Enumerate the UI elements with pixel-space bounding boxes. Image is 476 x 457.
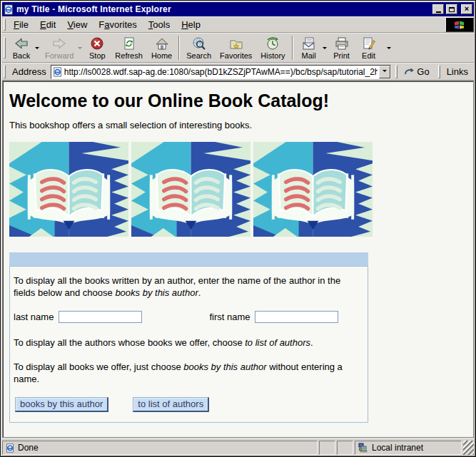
stop-button[interactable]: Stop	[83, 34, 111, 61]
menu-help[interactable]: Help	[176, 18, 206, 32]
favorites-icon	[229, 36, 243, 51]
page-icon	[53, 67, 63, 77]
menu-favorites[interactable]: Favorites	[93, 18, 142, 32]
go-icon	[404, 67, 415, 76]
menu-tools[interactable]: Tools	[143, 18, 176, 32]
first-name-label: first name	[209, 312, 250, 322]
forward-button[interactable]: Forward	[41, 34, 78, 61]
back-button[interactable]: Back	[8, 34, 35, 61]
chevron-down-icon	[383, 70, 387, 74]
go-button[interactable]: Go	[402, 66, 433, 77]
search-button[interactable]: Search	[182, 34, 216, 61]
forward-icon	[51, 36, 67, 51]
address-dropdown-button[interactable]	[379, 66, 390, 78]
address-label: Address	[11, 66, 48, 77]
print-icon	[334, 36, 350, 51]
last-name-input[interactable]	[59, 311, 142, 323]
ie-throbber-logo	[445, 17, 474, 32]
last-name-label: last name	[14, 312, 54, 322]
minimize-button[interactable]	[432, 4, 444, 14]
ie-app-icon	[4, 4, 14, 15]
zone-text: Local intranet	[372, 443, 423, 453]
toolbar-overflow-arrow[interactable]	[387, 47, 391, 51]
book-image	[131, 142, 250, 237]
forward-dropdown-arrow[interactable]	[78, 47, 82, 51]
menu-file[interactable]: File	[8, 18, 34, 32]
status-bar: Done Local intranet	[2, 438, 474, 455]
book-image	[253, 142, 373, 237]
edit-icon	[361, 36, 377, 51]
refresh-icon	[122, 36, 136, 51]
minimize-icon	[436, 11, 441, 13]
page-content: Welcome to our Online Book Catalog! This…	[2, 81, 474, 438]
status-text: Done	[18, 443, 39, 453]
browser-window: my Title - Microsoft Internet Explorer ×…	[0, 0, 476, 457]
favorites-button[interactable]: Favorites	[216, 34, 256, 61]
instruction-2: To display all the authors whose books w…	[14, 337, 359, 349]
panel-buttons-row: books by this author to list of authors	[15, 397, 364, 412]
go-grip[interactable]	[395, 65, 397, 78]
book-image	[9, 142, 128, 237]
home-button[interactable]: Home	[147, 34, 176, 61]
print-button[interactable]: Print	[328, 34, 355, 61]
done-page-icon	[6, 443, 15, 453]
back-dropdown-arrow[interactable]	[35, 47, 39, 51]
name-form-row: last name first name	[14, 311, 364, 323]
close-button[interactable]: ×	[461, 4, 472, 14]
status-pane-main: Done	[2, 441, 318, 455]
search-icon	[192, 36, 206, 51]
history-icon	[265, 36, 280, 51]
history-button[interactable]: History	[256, 34, 289, 61]
stop-icon	[90, 36, 104, 51]
home-icon	[155, 36, 169, 51]
menu-view[interactable]: View	[61, 18, 93, 32]
toolbar-separator	[178, 36, 180, 60]
book-images-row	[9, 142, 467, 237]
instruction-1: To display all the books written by an a…	[14, 274, 359, 299]
edit-button[interactable]: Edit	[355, 34, 383, 61]
search-panel: To display all the books written by an a…	[9, 252, 368, 423]
list-of-authors-button[interactable]: to list of authors	[133, 397, 209, 412]
window-title: my Title - Microsoft Internet Explorer	[16, 4, 430, 14]
toolbar-separator	[292, 36, 293, 60]
local-intranet-icon	[358, 443, 369, 453]
menu-edit[interactable]: Edit	[34, 18, 61, 32]
links-grip[interactable]	[438, 65, 440, 78]
back-icon	[14, 36, 29, 51]
toolbar: Back Forward Stop	[2, 33, 474, 63]
menu-bar: File Edit View Favorites Tools Help	[2, 16, 474, 33]
addressbar-grip[interactable]	[4, 65, 6, 78]
refresh-button[interactable]: Refresh	[111, 34, 147, 61]
status-pane-empty-2	[337, 441, 353, 455]
toolbar-grip[interactable]	[4, 37, 6, 58]
mail-button[interactable]: Mail	[295, 34, 323, 61]
title-bar[interactable]: my Title - Microsoft Internet Explorer ×	[2, 2, 474, 16]
mail-icon	[301, 36, 317, 51]
address-field[interactable]	[51, 65, 392, 79]
panel-body: To display all the books written by an a…	[9, 266, 368, 423]
windows-flag-icon	[450, 19, 469, 31]
status-pane-empty-1	[319, 441, 335, 455]
mail-dropdown-arrow[interactable]	[323, 47, 327, 51]
intro-text: This bookshop offers a small selection o…	[9, 120, 467, 130]
close-icon: ×	[465, 5, 469, 13]
resize-grip[interactable]	[463, 441, 474, 455]
first-name-input[interactable]	[255, 311, 338, 323]
links-button[interactable]: Links	[445, 66, 472, 77]
maximize-icon	[449, 7, 455, 12]
menubar-grip[interactable]	[4, 19, 6, 31]
status-zone-pane[interactable]: Local intranet	[355, 441, 462, 455]
maximize-button[interactable]	[446, 4, 457, 14]
page-title: Welcome to our Online Book Catalog!	[9, 91, 467, 111]
address-bar: Address Go Links	[2, 63, 474, 81]
instruction-3: To display all books we offer, just choo…	[14, 361, 359, 385]
books-by-author-button[interactable]: books by this author	[15, 397, 108, 412]
panel-header-bar	[9, 252, 368, 266]
address-input[interactable]	[63, 66, 380, 78]
